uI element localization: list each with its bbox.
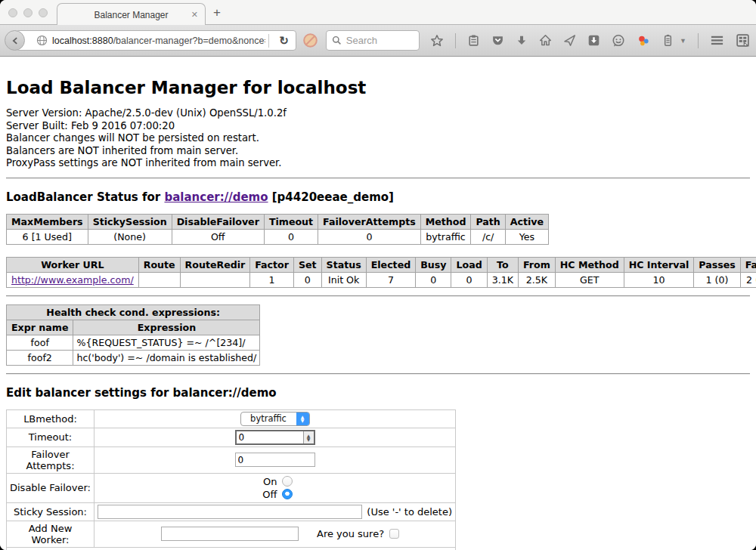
reload-button[interactable]: ↻ bbox=[272, 34, 296, 48]
disable-failover-off-radio[interactable] bbox=[282, 489, 293, 499]
search-bar[interactable]: Search bbox=[326, 30, 420, 51]
failover-attempts-label: Failover Attempts: bbox=[7, 446, 94, 473]
add-worker-row: Add New Worker: Are you sure? bbox=[7, 521, 456, 547]
dropdown-caret-icon[interactable]: ▼ bbox=[680, 37, 686, 45]
tab-groups-button[interactable] bbox=[736, 33, 750, 48]
reading-list-button[interactable] bbox=[467, 34, 480, 47]
balancer-demo-link[interactable]: balancer://demo bbox=[164, 190, 268, 204]
url-domain: localhost:8880 bbox=[52, 36, 113, 46]
col-path: Path bbox=[471, 214, 505, 229]
table-header-row: Worker URL Route RouteRedir Factor Set S… bbox=[7, 257, 756, 272]
health-table-title: Health check cond. expressions: bbox=[7, 304, 260, 320]
lbmethod-row: LBmethod: bytraffic ▲▼ bbox=[7, 409, 456, 428]
tab-title: Balancer Manager bbox=[94, 10, 168, 20]
cell-failoverattempts: 0 bbox=[318, 229, 421, 244]
toolbar-divider bbox=[455, 33, 456, 48]
cell-status: Init Ok bbox=[321, 272, 366, 287]
back-button[interactable] bbox=[5, 30, 25, 51]
tab-groups-icon bbox=[736, 33, 750, 48]
extension-button[interactable] bbox=[637, 34, 650, 48]
col-expr-name: Expr name bbox=[7, 320, 73, 335]
table-header-row: MaxMembers StickySession DisableFailover… bbox=[7, 214, 549, 229]
col-set: Set bbox=[293, 257, 321, 272]
url-path: /balancer-manager?b=demo&nonce=decc37be-… bbox=[113, 36, 266, 46]
close-window-button[interactable] bbox=[8, 8, 17, 17]
worker-row: http://www.example.com/ 1 0 Init Ok 7 0 … bbox=[7, 272, 756, 287]
are-you-sure-checkbox[interactable] bbox=[389, 529, 399, 539]
menu-button[interactable] bbox=[710, 33, 724, 48]
content-blocked-icon[interactable] bbox=[302, 32, 318, 48]
url-text: localhost:8880/balancer-manager?b=demo&n… bbox=[52, 36, 265, 46]
timeout-input[interactable] bbox=[237, 431, 303, 443]
server-built-line: Server Built: Feb 9 2016 07:00:20 bbox=[6, 120, 750, 133]
titlebar: Balancer Manager ✕ + bbox=[0, 0, 756, 25]
divider bbox=[6, 178, 750, 179]
number-spinner-icon[interactable]: ▲▼ bbox=[303, 431, 314, 443]
balancers-notice-line: Balancers are NOT inherited from main se… bbox=[6, 145, 750, 158]
worker-table: Worker URL Route RouteRedir Factor Set S… bbox=[6, 257, 756, 288]
disable-failover-on-radio[interactable] bbox=[282, 476, 293, 487]
col-maxmembers: MaxMembers bbox=[7, 214, 88, 229]
home-icon bbox=[539, 34, 552, 47]
smiley-icon bbox=[612, 34, 625, 48]
pocket-button[interactable] bbox=[491, 34, 504, 47]
new-tab-button[interactable]: + bbox=[213, 5, 221, 20]
proxypass-notice-line: ProxyPass settings are NOT inherited fro… bbox=[6, 157, 750, 170]
col-hc-method: HC Method bbox=[555, 257, 624, 272]
toolbar-icons: ▼ bbox=[430, 33, 750, 48]
home-button[interactable] bbox=[539, 34, 552, 47]
save-to-device-button[interactable] bbox=[587, 34, 600, 47]
radio-on-label: On bbox=[258, 475, 277, 488]
url-bar[interactable]: localhost:8880/balancer-manager?b=demo&n… bbox=[16, 30, 296, 51]
page-content: Load Balancer Manager for localhost Serv… bbox=[0, 57, 756, 550]
cell-route bbox=[138, 272, 180, 287]
browser-window: Balancer Manager ✕ + localhost:8880/bala… bbox=[0, 0, 756, 550]
col-timeout: Timeout bbox=[264, 214, 318, 229]
tab-balancer-manager[interactable]: Balancer Manager ✕ bbox=[57, 3, 206, 26]
lbmethod-select[interactable]: bytraffic ▲▼ bbox=[240, 412, 310, 426]
search-placeholder: Search bbox=[346, 35, 377, 46]
sticky-session-input[interactable] bbox=[98, 505, 362, 519]
navigation-toolbar: localhost:8880/balancer-manager?b=demo&n… bbox=[0, 25, 756, 57]
sticky-session-label: Sticky Session: bbox=[7, 502, 94, 521]
feedback-button[interactable] bbox=[612, 34, 625, 48]
cell-passes: 1 (0) bbox=[694, 272, 740, 287]
timeout-input-wrap: ▲▼ bbox=[235, 430, 315, 445]
downloads-button[interactable] bbox=[516, 35, 528, 47]
timeout-label: Timeout: bbox=[7, 428, 94, 446]
pocket-icon bbox=[491, 34, 504, 47]
battery-icon bbox=[662, 34, 674, 47]
cell-fails: 2 (0) bbox=[740, 272, 756, 287]
failover-attempts-row: Failover Attempts: bbox=[7, 446, 456, 473]
globe-icon bbox=[36, 35, 48, 46]
cell-stickysession: (None) bbox=[88, 229, 172, 244]
select-arrows-icon: ▲▼ bbox=[296, 412, 309, 425]
cell-set: 0 bbox=[293, 272, 321, 287]
bookmark-star-button[interactable] bbox=[430, 34, 444, 48]
lb-status-heading: LoadBalancer Status for balancer://demo … bbox=[6, 190, 750, 204]
server-version-line: Server Version: Apache/2.5.0-dev (Unix) … bbox=[6, 107, 750, 120]
cell-expression: hc('body') =~ /domain is established/ bbox=[73, 350, 260, 365]
are-you-sure-label: Are you sure? bbox=[317, 528, 384, 539]
tab-close-icon[interactable]: ✕ bbox=[191, 10, 198, 20]
failover-attempts-input[interactable] bbox=[235, 453, 315, 467]
health-row: foof %{REQUEST_STATUS} =~ /^[234]/ bbox=[7, 335, 260, 350]
cell-maxmembers: 6 [1 Used] bbox=[7, 229, 88, 244]
device-battery-button[interactable] bbox=[662, 34, 674, 47]
colored-dots-icon bbox=[637, 34, 650, 48]
search-icon bbox=[332, 36, 342, 45]
radio-off-label: Off bbox=[258, 488, 277, 501]
urlbar-divider bbox=[268, 34, 269, 48]
minimize-window-button[interactable] bbox=[23, 8, 33, 17]
cell-expr-name: foof2 bbox=[7, 350, 73, 365]
send-tab-button[interactable] bbox=[563, 34, 576, 47]
worker-url-link[interactable]: http://www.example.com/ bbox=[11, 274, 134, 286]
cell-active: Yes bbox=[505, 229, 548, 244]
add-worker-input[interactable] bbox=[161, 527, 299, 541]
lbmethod-label: LBmethod: bbox=[7, 409, 94, 428]
lb-status-heading-prefix: LoadBalancer Status for bbox=[6, 190, 164, 204]
table-header-row: Expr name Expression bbox=[7, 320, 260, 335]
back-icon bbox=[10, 36, 20, 46]
paper-plane-icon bbox=[563, 34, 576, 47]
zoom-window-button[interactable] bbox=[39, 8, 48, 17]
